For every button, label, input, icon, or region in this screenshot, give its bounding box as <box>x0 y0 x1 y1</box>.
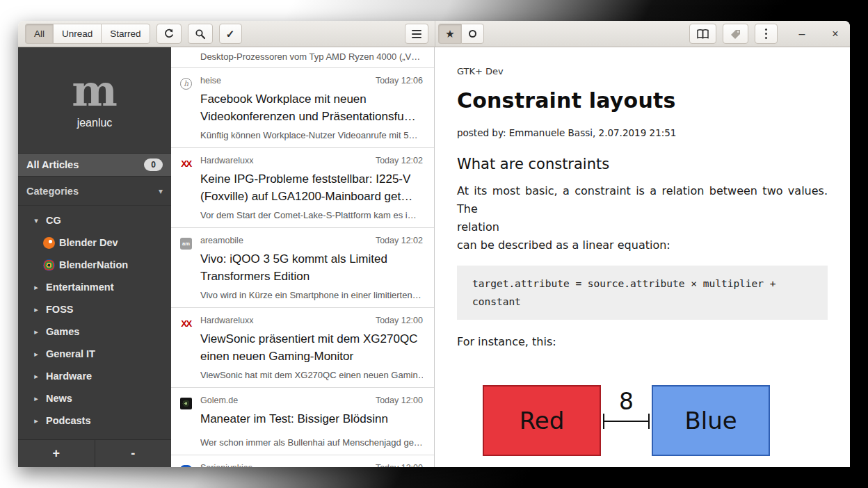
feed-name: GTK+ Dev <box>457 66 828 76</box>
source-name: areamobile <box>200 236 243 245</box>
sidebar-item-cg[interactable]: ▾ CG <box>18 209 171 231</box>
article-snippet: ViewSonic hat mit dem XG270QC einen neue… <box>200 370 423 380</box>
paragraph-line: At its most basic, a constraint is a rel… <box>457 182 828 218</box>
list-item-partial[interactable]: Desktop-Prozessoren vom Typ AMD Ryzen 40… <box>171 47 434 68</box>
starred-toggle-icon: ★ <box>445 28 454 40</box>
category-label: Podcasts <box>46 415 90 426</box>
article-snippet: Vivo wird in Kürze ein Smartphone in ein… <box>200 290 423 300</box>
list-item[interactable]: Golem.de Today 12:00 Maneater im Test: B… <box>171 388 434 455</box>
all-articles-label: All Articles <box>26 159 144 170</box>
diagram-spacing-indicator: 8 <box>601 385 652 456</box>
article-list: Desktop-Prozessoren vom Typ AMD Ryzen 40… <box>171 47 435 467</box>
list-item[interactable]: XX Hardwareluxx Today 12:02 Keine IPG-Pr… <box>171 148 434 228</box>
list-item[interactable]: Serienjunkies Today 12:00 <box>171 455 434 467</box>
expander-icon[interactable]: ▸ <box>31 372 42 381</box>
article-snippet: Wer schon immer als Bullenhai auf Mensch… <box>200 437 423 448</box>
tag-icon <box>730 29 741 40</box>
article-time: Today 12:02 <box>376 236 423 245</box>
account-header: m jeanluc <box>18 47 171 153</box>
blender-feed-icon <box>43 237 55 249</box>
chevron-down-icon: ▾ <box>159 186 163 196</box>
expander-icon[interactable]: ▸ <box>31 416 42 425</box>
paragraph-line: relation <box>457 218 828 236</box>
tag-button[interactable] <box>723 24 748 44</box>
sidebar-item-podcasts[interactable]: ▸ Podcasts <box>18 409 171 432</box>
category-tree: ▾ CG Blender Dev BlenderNation ▸ Enterta… <box>18 206 171 432</box>
sidebar-item-blender-dev[interactable]: Blender Dev <box>18 231 171 254</box>
read-article-button[interactable] <box>689 24 716 44</box>
expander-icon[interactable]: ▸ <box>31 283 42 292</box>
constraint-diagram: Red 8 Blue <box>483 385 828 456</box>
feed-manage-bar: + - <box>18 439 171 467</box>
heise-source-icon: h <box>180 78 192 90</box>
refresh-icon <box>163 29 175 40</box>
sidebar-item-blendernation[interactable]: BlenderNation <box>18 254 171 276</box>
close-button[interactable]: × <box>828 28 843 40</box>
paragraph-line: can be described as a linear equation: <box>457 236 828 254</box>
menu-icon <box>412 30 421 38</box>
service-logo: m <box>72 71 118 111</box>
headerbar: All Unread Starred ✓ <box>18 21 850 47</box>
diagram-red-box: Red <box>483 385 601 456</box>
sidebar-item-general-it[interactable]: ▸ General IT <box>18 343 171 365</box>
mark-read-button[interactable]: ✓ <box>219 24 242 44</box>
more-options-button[interactable] <box>755 24 778 44</box>
category-label: CG <box>46 215 61 226</box>
source-name: Serienjunkies <box>200 463 252 467</box>
blendernation-feed-icon <box>43 259 55 271</box>
sidebar-item-games[interactable]: ▸ Games <box>18 320 171 343</box>
code-line: target.attribute = source.attribute × mu… <box>472 275 812 293</box>
unread-toggle-icon <box>469 30 476 38</box>
expander-icon[interactable]: ▾ <box>31 216 42 225</box>
sidebar-item-all-articles[interactable]: All Articles 0 <box>18 153 171 177</box>
expander-icon[interactable]: ▸ <box>31 305 42 314</box>
tab-unread[interactable]: Unread <box>53 24 101 44</box>
remove-feed-button[interactable]: - <box>95 440 172 467</box>
starred-toggle-button[interactable]: ★ <box>438 24 461 44</box>
feed-label: Blender Dev <box>59 237 118 248</box>
code-block: target.attribute = source.attribute × mu… <box>457 266 828 320</box>
list-item[interactable]: XX Hardwareluxx Today 12:00 ViewSonic pr… <box>171 308 434 388</box>
sidebar-item-hardware[interactable]: ▸ Hardware <box>18 365 171 387</box>
search-icon <box>195 29 206 40</box>
filter-tab-group: All Unread Starred <box>25 24 150 44</box>
list-item[interactable]: am areamobile Today 12:02 Vivo: iQOO 3 5… <box>171 228 434 308</box>
minimize-button[interactable]: – <box>794 28 810 40</box>
refresh-button[interactable] <box>156 24 182 44</box>
body-paragraph: At its most basic, a constraint is a rel… <box>457 182 828 254</box>
source-name: heise <box>200 76 221 86</box>
article-list-menu-button[interactable] <box>405 24 428 44</box>
sidebar-item-news[interactable]: ▸ News <box>18 387 171 409</box>
sidebar-item-foss[interactable]: ▸ FOSS <box>18 298 171 320</box>
expander-icon[interactable]: ▸ <box>31 394 42 403</box>
tab-starred[interactable]: Starred <box>101 24 150 44</box>
article-time: Today 12:00 <box>376 396 423 405</box>
hardwareluxx-source-icon: XX <box>180 318 192 330</box>
feed-label: BlenderNation <box>59 259 128 270</box>
sidebar-item-entertainment[interactable]: ▸ Entertainment <box>18 276 171 298</box>
expander-icon[interactable]: ▸ <box>31 327 42 336</box>
tab-all[interactable]: All <box>25 24 53 44</box>
search-button[interactable] <box>188 24 213 44</box>
page-title: Constraint layouts <box>457 88 828 113</box>
article-title: Vivo: iQOO 3 5G kommt als Limited Transf… <box>200 250 423 285</box>
source-name: Hardwareluxx <box>200 316 253 325</box>
byline: posted by: Emmanuele Bassi, 2.07.2019 21… <box>457 127 828 138</box>
hardwareluxx-source-icon: XX <box>180 158 192 170</box>
list-item[interactable]: h heise Today 12:06 Facebook Workplace m… <box>171 68 434 148</box>
dimension-line-icon <box>603 421 650 422</box>
section-heading: What are constraints <box>457 156 828 172</box>
categories-header[interactable]: Categories ▾ <box>18 177 171 206</box>
article-title: ViewSonic präsentiert mit dem XG270QC ei… <box>200 330 423 365</box>
article-time: Today 12:00 <box>376 463 423 467</box>
add-feed-button[interactable]: + <box>18 440 95 467</box>
sidebar: m jeanluc All Articles 0 Categories ▾ ▾ … <box>18 47 171 467</box>
article-time: Today 12:00 <box>376 316 423 325</box>
account-name: jeanluc <box>77 117 113 129</box>
article-snippet: Vor dem Start der Comet-Lake-S-Plattform… <box>200 210 423 220</box>
unread-toggle-button[interactable] <box>461 24 484 44</box>
unread-count-badge: 0 <box>144 158 163 171</box>
article-time: Today 12:06 <box>376 76 423 86</box>
more-options-icon <box>765 29 767 39</box>
expander-icon[interactable]: ▸ <box>31 350 42 359</box>
